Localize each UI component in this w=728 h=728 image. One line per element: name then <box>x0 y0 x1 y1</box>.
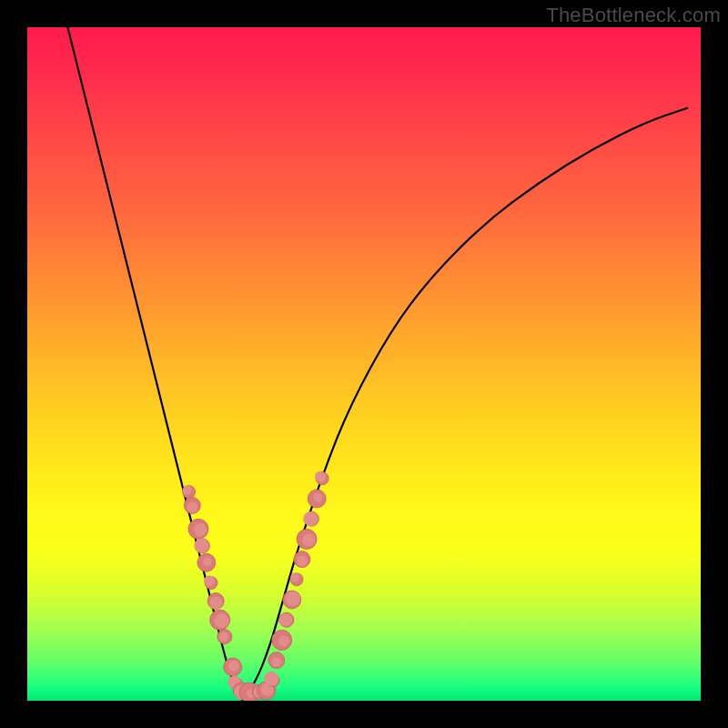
data-marker <box>279 612 294 627</box>
data-marker <box>224 658 242 676</box>
data-marker <box>290 573 303 586</box>
chart-overlay <box>27 27 701 701</box>
svg-point-11 <box>204 576 215 587</box>
data-marker <box>207 592 224 609</box>
svg-point-45 <box>302 533 315 546</box>
curve-group <box>67 27 687 701</box>
svg-point-19 <box>228 661 239 672</box>
data-marker <box>210 610 230 630</box>
data-marker <box>217 630 232 644</box>
data-marker <box>315 471 329 485</box>
plot-area <box>27 27 701 701</box>
svg-point-15 <box>215 613 229 628</box>
data-marker <box>183 486 196 499</box>
data-marker <box>204 576 217 590</box>
data-marker <box>194 539 209 553</box>
svg-point-5 <box>194 523 207 536</box>
data-marker <box>272 630 292 650</box>
curve-bottleneck-curve-right <box>243 108 687 701</box>
svg-point-13 <box>209 596 222 609</box>
data-marker <box>294 551 310 568</box>
svg-point-49 <box>313 493 322 502</box>
data-marker <box>297 529 317 549</box>
chart-frame: TheBottleneck.com <box>0 0 728 728</box>
svg-point-41 <box>290 573 299 582</box>
svg-point-51 <box>315 471 326 482</box>
data-marker <box>188 519 208 539</box>
svg-point-39 <box>286 592 300 606</box>
svg-point-35 <box>278 635 289 646</box>
svg-point-47 <box>303 511 318 526</box>
svg-point-7 <box>194 539 208 553</box>
svg-point-43 <box>297 556 308 567</box>
data-marker <box>184 497 200 513</box>
data-marker <box>197 553 216 571</box>
watermark-text: TheBottleneck.com <box>546 4 721 27</box>
data-marker <box>283 591 301 609</box>
svg-point-9 <box>203 557 212 566</box>
svg-point-33 <box>272 658 281 667</box>
marker-group <box>183 471 329 701</box>
data-marker <box>268 652 285 669</box>
svg-point-31 <box>264 672 278 686</box>
svg-point-3 <box>187 501 197 512</box>
data-marker <box>303 511 318 526</box>
svg-point-17 <box>219 632 228 642</box>
svg-point-1 <box>183 486 192 495</box>
data-marker <box>308 490 326 508</box>
svg-point-37 <box>279 613 292 626</box>
